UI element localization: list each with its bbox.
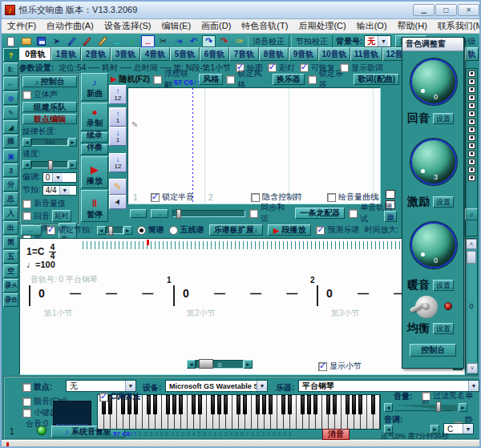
minimize-button[interactable]: ▁ [413, 4, 435, 16]
play-button[interactable]: ▶播放 [81, 156, 108, 188]
detune-dropdown[interactable]: 0▼ [42, 172, 77, 183]
build-band-button[interactable]: 组建乐队 [22, 102, 77, 112]
tab-track-11[interactable]: 11音轨 [350, 47, 382, 61]
echo-settings-button[interactable]: 设置 [433, 113, 454, 124]
black-key[interactable] [172, 395, 176, 414]
filter-blacklist-checkbox[interactable]: 过滤黑名单 [422, 390, 473, 402]
transpose-down-1-button[interactable]: ↓1 [109, 127, 127, 146]
drum-edit-button[interactable]: 鼓点编辑 [22, 114, 77, 124]
beat-dropdown[interactable]: 4/4▼ [42, 185, 77, 196]
score-expand-button[interactable]: 乐谱板扩展↓ [209, 224, 263, 236]
tab-track-9[interactable]: 9音轨 [289, 47, 318, 61]
menu-contact[interactable]: 联系我们(M) [438, 20, 481, 32]
jianpu-radio[interactable]: 简谱 [137, 224, 164, 236]
menu-autocompose[interactable]: 自动作曲(A) [46, 20, 94, 32]
warm-settings-button[interactable]: 设置 [433, 280, 454, 291]
style-button[interactable]: 风格 [199, 74, 223, 85]
insert-button[interactable]: 插 [3, 135, 18, 148]
volume-slider[interactable]: 80 [394, 402, 457, 413]
black-key[interactable] [288, 395, 292, 414]
black-key[interactable] [179, 395, 183, 414]
tab-track-6[interactable]: 6音轨 [200, 47, 229, 61]
black-key[interactable] [243, 395, 247, 414]
strip-square-button[interactable] [468, 135, 475, 141]
strip-square-button[interactable] [468, 119, 475, 125]
strip-tool-icon[interactable]: ♫ [465, 208, 478, 220]
scroll-right-button[interactable]: → [151, 209, 168, 218]
pencil-icon[interactable] [95, 35, 109, 47]
boxed-arrow-icon[interactable]: ↔ [141, 35, 155, 47]
maximize-button[interactable]: ▢ [435, 4, 457, 16]
strip-square-button[interactable] [468, 127, 475, 133]
black-key[interactable] [147, 395, 151, 414]
mute-button[interactable]: 消音 [322, 429, 350, 440]
v-arrows-icon[interactable]: ↕ [126, 35, 139, 47]
black-key[interactable] [166, 395, 170, 414]
open-folder-icon[interactable] [19, 35, 33, 47]
black-key[interactable] [281, 395, 285, 414]
mute-fix-button[interactable]: 消音校正 [248, 35, 289, 48]
black-key[interactable] [262, 395, 266, 414]
black-key[interactable] [346, 395, 350, 414]
black-key[interactable] [352, 395, 356, 414]
strip-square-button[interactable] [468, 111, 475, 117]
new-doc-icon[interactable] [4, 35, 18, 47]
mixer-console-button[interactable]: 控制台 [410, 344, 456, 357]
piano-roll[interactable]: 1 2 3 4 ✎ 锁定半音 隐含控制符 绘音量曲线 [127, 87, 381, 204]
staff-v-scrollbar[interactable]: ˄ 0 ˅ [465, 238, 478, 375]
tab-track-1[interactable]: 1音轨 [51, 47, 81, 61]
c-mode-checkbox[interactable]: C调弹法 [99, 391, 140, 402]
console-button[interactable]: ♪控制台 [22, 76, 77, 87]
brush-icon[interactable]: ✑ [232, 35, 246, 47]
black-key[interactable] [358, 395, 362, 414]
device-dropdown[interactable]: Microsoft GS Wavetable Synth▼ [165, 380, 268, 392]
triplet-button[interactable]: 3 [3, 163, 18, 177]
strip-square-button[interactable] [468, 159, 475, 165]
staff5-button[interactable]: 五 [3, 250, 18, 264]
staff5-radio[interactable]: 五线谱 [169, 224, 204, 236]
h-arrows-icon[interactable]: ↔ [111, 35, 124, 47]
warm-knob[interactable]: 0 [410, 222, 457, 268]
melody-length-slider[interactable]: ◄ 330 ► [22, 138, 77, 147]
black-key[interactable] [198, 395, 202, 414]
tone-adjuster-panel[interactable]: 音色调整窗 0 回音 设置 3 激励 设置 0 暖音 设置 均衡 [402, 37, 464, 369]
tab-track-8[interactable]: 8音轨 [259, 47, 289, 61]
black-key[interactable] [236, 395, 240, 414]
speed-slider[interactable]: ◄ ► [22, 160, 77, 169]
menu-special-track[interactable]: 特色音轨(T) [241, 20, 288, 32]
balance-settings-button[interactable]: 设置 [433, 323, 454, 334]
tab-track-2[interactable]: 2音轨 [81, 47, 111, 61]
insert-step-icon[interactable]: ⇥ [172, 35, 185, 47]
single-track-debug-checkbox[interactable]: 单音轨调试 [349, 202, 398, 224]
segment-play-button[interactable]: ▶段播放 [268, 224, 312, 236]
tab-track-right-fragment[interactable]: 轨 [465, 47, 479, 61]
black-key[interactable] [153, 395, 157, 414]
record-button[interactable]: ●录制 [81, 103, 108, 131]
tab-track-3[interactable]: 3音轨 [111, 47, 140, 61]
volume-left-icon[interactable]: ◄ [384, 403, 393, 412]
black-key[interactable] [256, 395, 260, 414]
lights-checkbox[interactable]: 彩灯 [268, 63, 295, 74]
close-button[interactable]: ✕ [458, 4, 479, 16]
slider-left-icon[interactable]: ◄ [22, 160, 31, 169]
scroll-up-icon[interactable]: ˄ [466, 239, 477, 249]
pencil-tool-button[interactable]: ✎ [109, 179, 127, 195]
transpose-up-12-button[interactable]: ↑12 [109, 85, 127, 104]
slider-right-icon[interactable]: ► [68, 138, 77, 147]
menu-view[interactable]: 画面(D) [201, 20, 231, 32]
lock-beat-checkbox[interactable]: 锁定节拍: [46, 224, 92, 236]
jianpu-button[interactable]: 简 [3, 236, 18, 249]
stereo-checkbox[interactable]: 立体声 [22, 89, 77, 100]
scrollbar-thumb[interactable] [467, 251, 476, 264]
bg-number-dropdown[interactable]: 无 ▼ [364, 35, 391, 47]
score-back-button[interactable]: ← [21, 225, 42, 236]
strip-square-button[interactable] [468, 175, 475, 181]
undo-icon[interactable]: ↶ [187, 35, 200, 47]
repeat-icon[interactable]: ‖: [3, 63, 18, 76]
black-key[interactable] [192, 395, 196, 414]
black-key[interactable] [224, 395, 228, 414]
exciter-settings-button[interactable]: 设置 [433, 196, 454, 208]
scroll-left-button[interactable]: ← [130, 209, 147, 218]
lock-beat-slider[interactable]: ◄► [97, 226, 132, 235]
hidden-controller-checkbox[interactable]: 隐含控制符 [251, 192, 302, 203]
